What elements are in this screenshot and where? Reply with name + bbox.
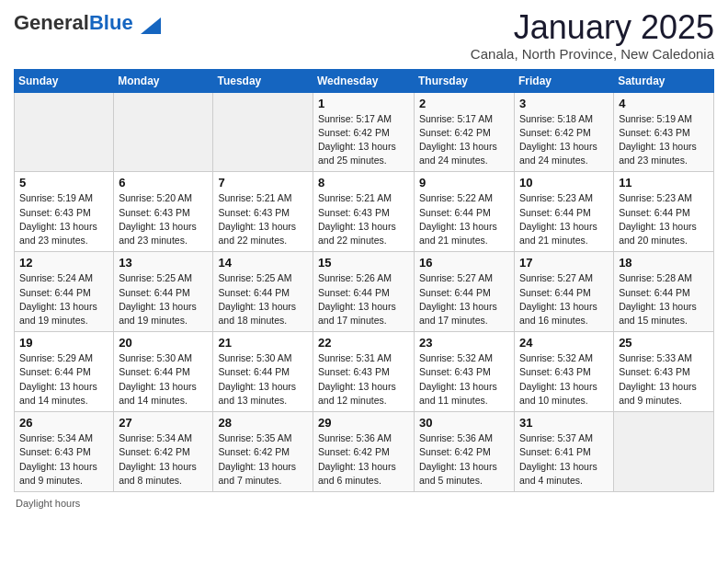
day-info: Sunrise: 5:34 AMSunset: 6:43 PMDaylight:…	[19, 431, 108, 488]
day-info: Sunrise: 5:28 AMSunset: 6:44 PMDaylight:…	[619, 271, 709, 327]
day-number: 3	[519, 97, 609, 110]
day-info: Sunrise: 5:32 AMSunset: 6:43 PMDaylight:…	[419, 351, 509, 408]
day-info: Sunrise: 5:33 AMSunset: 6:43 PMDaylight:…	[619, 351, 709, 408]
table-row: 28Sunrise: 5:35 AMSunset: 6:42 PMDayligh…	[213, 412, 313, 492]
day-number: 16	[419, 256, 509, 270]
day-info: Sunrise: 5:30 AMSunset: 6:44 PMDaylight:…	[218, 351, 308, 408]
day-number: 22	[318, 336, 409, 350]
day-info: Sunrise: 5:25 AMSunset: 6:44 PMDaylight:…	[218, 271, 308, 327]
calendar: SundayMondayTuesdayWednesdayThursdayFrid…	[14, 69, 714, 492]
table-row: 1Sunrise: 5:17 AMSunset: 6:42 PMDaylight…	[313, 92, 415, 172]
day-number: 26	[19, 416, 108, 430]
day-info: Sunrise: 5:23 AMSunset: 6:44 PMDaylight:…	[619, 191, 709, 247]
day-info: Sunrise: 5:22 AMSunset: 6:44 PMDaylight:…	[419, 191, 509, 247]
day-number: 10	[519, 176, 609, 190]
day-number: 5	[19, 176, 108, 190]
calendar-week-3: 12Sunrise: 5:24 AMSunset: 6:44 PMDayligh…	[15, 252, 714, 332]
day-number: 15	[318, 256, 409, 270]
table-row: 12Sunrise: 5:24 AMSunset: 6:44 PMDayligh…	[15, 252, 114, 332]
page: GeneralBlue January 2025 Canala, North P…	[0, 0, 728, 563]
calendar-header-friday: Friday	[515, 69, 614, 92]
table-row: 9Sunrise: 5:22 AMSunset: 6:44 PMDaylight…	[415, 172, 515, 252]
day-number: 7	[218, 176, 308, 190]
logo: GeneralBlue	[14, 13, 161, 34]
day-number: 12	[19, 256, 108, 270]
day-number: 2	[419, 97, 509, 110]
day-number: 6	[119, 176, 208, 190]
day-info: Sunrise: 5:34 AMSunset: 6:42 PMDaylight:…	[119, 431, 208, 488]
calendar-week-2: 5Sunrise: 5:19 AMSunset: 6:43 PMDaylight…	[15, 172, 714, 252]
table-row: 13Sunrise: 5:25 AMSunset: 6:44 PMDayligh…	[114, 252, 213, 332]
calendar-week-1: 1Sunrise: 5:17 AMSunset: 6:42 PMDaylight…	[15, 92, 714, 172]
table-row: 30Sunrise: 5:36 AMSunset: 6:42 PMDayligh…	[415, 412, 515, 492]
calendar-header-thursday: Thursday	[415, 69, 515, 92]
table-row: 31Sunrise: 5:37 AMSunset: 6:41 PMDayligh…	[515, 412, 614, 492]
day-number: 17	[519, 256, 609, 270]
table-row: 10Sunrise: 5:23 AMSunset: 6:44 PMDayligh…	[515, 172, 614, 252]
table-row: 6Sunrise: 5:20 AMSunset: 6:43 PMDaylight…	[114, 172, 213, 252]
table-row	[114, 92, 213, 172]
table-row	[213, 92, 313, 172]
table-row	[15, 92, 114, 172]
table-row: 29Sunrise: 5:36 AMSunset: 6:42 PMDayligh…	[313, 412, 415, 492]
day-info: Sunrise: 5:30 AMSunset: 6:44 PMDaylight:…	[119, 351, 208, 408]
calendar-week-5: 26Sunrise: 5:34 AMSunset: 6:43 PMDayligh…	[15, 412, 714, 492]
calendar-header-sunday: Sunday	[15, 69, 114, 92]
day-info: Sunrise: 5:26 AMSunset: 6:44 PMDaylight:…	[318, 271, 409, 327]
day-info: Sunrise: 5:17 AMSunset: 6:42 PMDaylight:…	[419, 112, 509, 168]
day-number: 28	[218, 416, 308, 430]
day-number: 23	[419, 336, 509, 350]
table-row: 25Sunrise: 5:33 AMSunset: 6:43 PMDayligh…	[614, 332, 714, 412]
table-row: 15Sunrise: 5:26 AMSunset: 6:44 PMDayligh…	[313, 252, 415, 332]
day-number: 8	[318, 176, 409, 190]
logo-blue-text: Blue	[89, 11, 133, 34]
table-row: 26Sunrise: 5:34 AMSunset: 6:43 PMDayligh…	[15, 412, 114, 492]
svg-marker-0	[141, 17, 161, 34]
calendar-week-4: 19Sunrise: 5:29 AMSunset: 6:44 PMDayligh…	[15, 332, 714, 412]
logo-general-text: General	[14, 11, 89, 34]
day-number: 25	[619, 336, 709, 350]
day-info: Sunrise: 5:29 AMSunset: 6:44 PMDaylight:…	[19, 351, 108, 408]
table-row: 3Sunrise: 5:18 AMSunset: 6:42 PMDaylight…	[515, 92, 614, 172]
day-info: Sunrise: 5:35 AMSunset: 6:42 PMDaylight:…	[218, 431, 308, 488]
subtitle: Canala, North Province, New Caledonia	[471, 46, 714, 62]
table-row: 4Sunrise: 5:19 AMSunset: 6:43 PMDaylight…	[614, 92, 714, 172]
day-number: 29	[318, 416, 409, 430]
day-info: Sunrise: 5:25 AMSunset: 6:44 PMDaylight:…	[119, 271, 208, 327]
calendar-header-monday: Monday	[114, 69, 213, 92]
day-number: 20	[119, 336, 208, 350]
day-number: 14	[218, 256, 308, 270]
day-number: 4	[619, 97, 709, 110]
day-number: 27	[119, 416, 208, 430]
day-number: 13	[119, 256, 208, 270]
day-info: Sunrise: 5:27 AMSunset: 6:44 PMDaylight:…	[419, 271, 509, 327]
calendar-header-saturday: Saturday	[614, 69, 714, 92]
table-row: 23Sunrise: 5:32 AMSunset: 6:43 PMDayligh…	[415, 332, 515, 412]
title-block: January 2025 Canala, North Province, New…	[471, 9, 714, 62]
day-number: 18	[619, 256, 709, 270]
table-row: 7Sunrise: 5:21 AMSunset: 6:43 PMDaylight…	[213, 172, 313, 252]
table-row: 14Sunrise: 5:25 AMSunset: 6:44 PMDayligh…	[213, 252, 313, 332]
calendar-header-row: SundayMondayTuesdayWednesdayThursdayFrid…	[15, 69, 714, 92]
calendar-header-tuesday: Tuesday	[213, 69, 313, 92]
day-info: Sunrise: 5:32 AMSunset: 6:43 PMDaylight:…	[519, 351, 609, 408]
day-number: 9	[419, 176, 509, 190]
day-number: 11	[619, 176, 709, 190]
day-number: 19	[19, 336, 108, 350]
day-info: Sunrise: 5:37 AMSunset: 6:41 PMDaylight:…	[519, 431, 609, 488]
table-row: 11Sunrise: 5:23 AMSunset: 6:44 PMDayligh…	[614, 172, 714, 252]
day-info: Sunrise: 5:17 AMSunset: 6:42 PMDaylight:…	[318, 112, 409, 168]
table-row: 16Sunrise: 5:27 AMSunset: 6:44 PMDayligh…	[415, 252, 515, 332]
table-row: 24Sunrise: 5:32 AMSunset: 6:43 PMDayligh…	[515, 332, 614, 412]
footer-note: Daylight hours	[14, 498, 714, 509]
day-info: Sunrise: 5:18 AMSunset: 6:42 PMDaylight:…	[519, 112, 609, 168]
day-info: Sunrise: 5:19 AMSunset: 6:43 PMDaylight:…	[19, 191, 108, 247]
table-row: 2Sunrise: 5:17 AMSunset: 6:42 PMDaylight…	[415, 92, 515, 172]
day-info: Sunrise: 5:21 AMSunset: 6:43 PMDaylight:…	[218, 191, 308, 247]
day-info: Sunrise: 5:19 AMSunset: 6:43 PMDaylight:…	[619, 112, 709, 168]
table-row: 8Sunrise: 5:21 AMSunset: 6:43 PMDaylight…	[313, 172, 415, 252]
day-number: 30	[419, 416, 509, 430]
table-row: 19Sunrise: 5:29 AMSunset: 6:44 PMDayligh…	[15, 332, 114, 412]
table-row: 5Sunrise: 5:19 AMSunset: 6:43 PMDaylight…	[15, 172, 114, 252]
table-row: 17Sunrise: 5:27 AMSunset: 6:44 PMDayligh…	[515, 252, 614, 332]
